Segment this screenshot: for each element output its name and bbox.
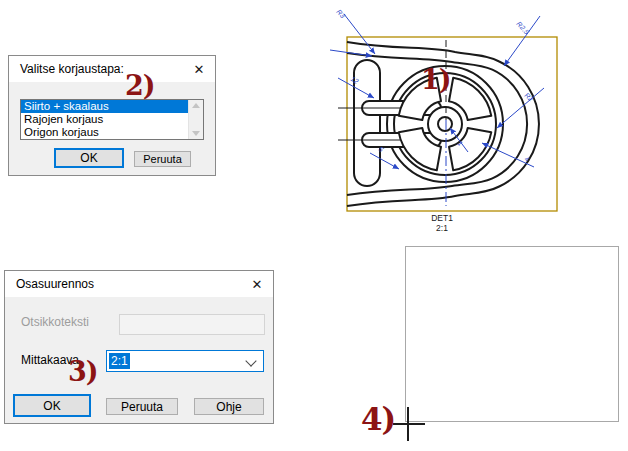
ok-button[interactable]: OK bbox=[13, 394, 91, 417]
scroll-down-icon[interactable] bbox=[192, 131, 200, 136]
repair-method-dialog: Valitse korjaustapa: ✕ Siirto + skaalaus… bbox=[8, 55, 216, 176]
hub-bore bbox=[438, 117, 452, 131]
repair-options-list: Siirto + skaalaus Rajojen korjaus Origon… bbox=[20, 99, 204, 140]
step-label-4: 4) bbox=[361, 404, 395, 435]
chevron-down-icon[interactable] bbox=[245, 355, 256, 366]
crosshair-cursor bbox=[393, 423, 425, 425]
drawing-caption-name: DET1 bbox=[431, 213, 453, 223]
dim-label-r3: R3 bbox=[335, 8, 346, 19]
scroll-up-icon[interactable] bbox=[192, 103, 200, 108]
drawing-caption-scale: 2:1 bbox=[436, 223, 448, 232]
list-option-rajojen-korjaus[interactable]: Rajojen korjaus bbox=[21, 113, 190, 126]
detail-view-drawing: R3 12 R2.5 R2 5 1 4 DET1 2:1 bbox=[330, 0, 570, 232]
ok-button[interactable]: OK bbox=[54, 148, 124, 168]
cancel-button[interactable]: Peruuta bbox=[106, 398, 178, 415]
placement-rectangle bbox=[405, 246, 619, 422]
step-label-3: 3) bbox=[68, 358, 98, 385]
detail-dialog-titlebar: Osasuurennos bbox=[5, 271, 273, 297]
close-icon[interactable]: ✕ bbox=[241, 271, 273, 297]
list-scrollbar[interactable] bbox=[188, 100, 203, 139]
help-button[interactable]: Ohje bbox=[194, 398, 264, 415]
cancel-button[interactable]: Peruuta bbox=[134, 151, 191, 167]
dialog-title: Osasuurennos bbox=[5, 277, 94, 291]
scale-combobox[interactable]: 2:1 bbox=[106, 350, 264, 372]
crosshair-cursor bbox=[407, 407, 409, 441]
list-option-origon-korjaus[interactable]: Origon korjaus bbox=[21, 126, 190, 139]
tutorial-page: Valitse korjaustapa: ✕ Siirto + skaalaus… bbox=[0, 0, 628, 451]
title-text-input bbox=[119, 314, 265, 335]
dim-label-r25: R2.5 bbox=[515, 20, 530, 36]
dialog-title: Valitse korjaustapa: bbox=[9, 62, 124, 76]
list-option-siirto-skaalaus[interactable]: Siirto + skaalaus bbox=[21, 100, 190, 113]
step-label-2: 2) bbox=[125, 72, 155, 99]
combobox-value: 2:1 bbox=[109, 353, 130, 369]
step-label-1: 1) bbox=[421, 66, 451, 93]
detail-view-dialog: Osasuurennos ✕ Otsikkoteksti Mittakaava … bbox=[4, 270, 274, 424]
close-icon[interactable]: ✕ bbox=[183, 56, 215, 82]
title-text-label: Otsikkoteksti bbox=[21, 312, 89, 332]
